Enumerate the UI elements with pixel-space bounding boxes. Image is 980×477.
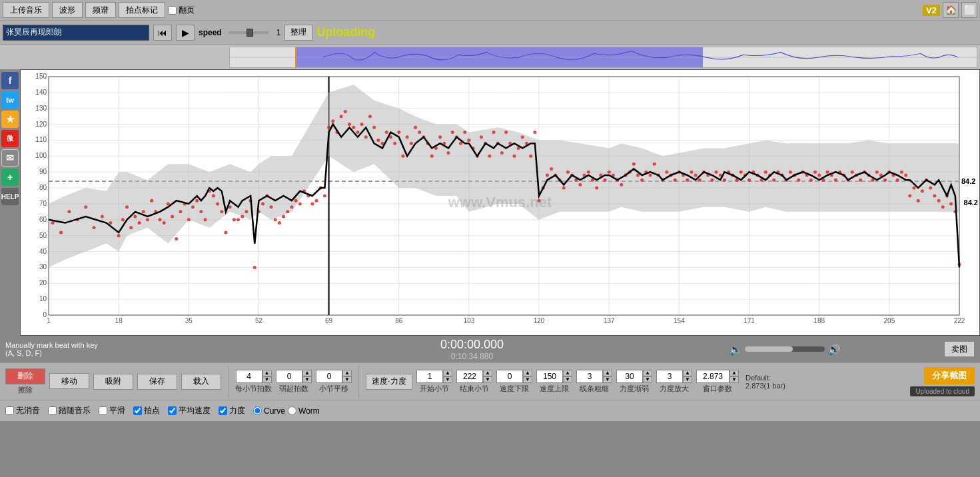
speed-lower-up[interactable]: ▲ [523, 370, 532, 376]
speed-slider[interactable] [229, 31, 268, 34]
end-bar-up[interactable]: ▲ [483, 370, 492, 376]
start-beat-group: ▲ ▼ 弱起拍数 [276, 370, 312, 394]
prev-btn[interactable]: ⏮ [153, 25, 172, 41]
avg-speed-text: 平均速度 [179, 405, 211, 416]
save-btn[interactable]: 保存 [137, 374, 177, 390]
curve-label: Curve [264, 406, 285, 416]
start-bar-input[interactable] [416, 370, 443, 383]
delete-btn[interactable]: 删除 [5, 368, 45, 384]
worm-radio[interactable] [288, 406, 296, 415]
move-btn[interactable]: 移动 [49, 373, 89, 389]
weibo-icon[interactable]: 微 [1, 130, 19, 147]
time-current: 0:00:00.000 [318, 338, 626, 352]
force-fade-down[interactable]: ▼ [643, 376, 652, 383]
beat-checkbox[interactable] [133, 406, 142, 415]
flat-checkbox[interactable] [99, 406, 107, 415]
beats-up[interactable]: ▲ [262, 370, 272, 376]
curve-radio[interactable] [253, 406, 262, 415]
maximize-btn[interactable]: ⬜ [961, 2, 977, 18]
star-icon[interactable]: ★ [1, 111, 19, 128]
status-row: Manually mark beat with key (A, S, D, F)… [0, 336, 980, 362]
start-beat-up[interactable]: ▲ [302, 370, 312, 376]
speed-label: speed [199, 28, 222, 37]
spectrum-btn[interactable]: 频谱 [85, 2, 116, 18]
bar-shift-down[interactable]: ▼ [342, 376, 352, 383]
upload-music-btn[interactable]: 上传音乐 [3, 2, 49, 18]
force-fade-input[interactable] [616, 370, 643, 383]
facebook-icon[interactable]: f [1, 72, 19, 89]
share-btn[interactable]: 分享截图 [924, 367, 975, 384]
song-name-input[interactable] [3, 25, 149, 41]
start-beat-down[interactable]: ▼ [302, 376, 312, 383]
line-thickness-input[interactable] [576, 370, 603, 383]
force-max-down[interactable]: ▼ [683, 376, 692, 383]
no-end-tone-checkbox[interactable] [5, 406, 14, 415]
start-beat-input[interactable] [276, 370, 302, 383]
load-btn[interactable]: 载入 [181, 374, 221, 390]
beat-marker-btn[interactable]: 拍点标记 [119, 2, 165, 18]
vol-low-icon: 🔈 [729, 343, 742, 356]
bar-shift-input[interactable] [316, 370, 342, 383]
beats-per-bar-spinner: ▲ ▼ [262, 370, 272, 383]
back-btn[interactable]: 卖图 [944, 341, 975, 357]
waveform-container[interactable] [229, 47, 977, 68]
speed-upper-down[interactable]: ▼ [563, 376, 572, 383]
no-end-tone-text: 无消音 [16, 405, 40, 416]
force-fade-group: ▲ ▼ 力度渐弱 [616, 370, 652, 394]
time-total: 0:10:34.880 [318, 352, 626, 361]
mail-icon[interactable]: ✉ [1, 149, 19, 167]
start-beat-label: 弱起拍数 [279, 384, 308, 394]
window-param-down[interactable]: ▼ [730, 376, 739, 383]
line-thickness-up[interactable]: ▲ [603, 370, 612, 376]
beats-per-bar-input[interactable] [236, 370, 262, 383]
speed-upper-input[interactable] [536, 370, 563, 383]
help-icon[interactable]: HELP [1, 188, 19, 205]
speed-lower-down[interactable]: ▼ [523, 376, 532, 383]
line-thickness-down[interactable]: ▼ [603, 376, 612, 383]
beats-down[interactable]: ▼ [262, 376, 272, 383]
plus-icon[interactable]: + [1, 169, 19, 186]
options-row: 无消音 踏随音乐 平滑 拍点 平均速度 力度 Curve Worm [0, 400, 980, 421]
force-fade-up[interactable]: ▲ [643, 370, 652, 376]
waveform-btn[interactable]: 波形 [52, 2, 83, 18]
window-param-up[interactable]: ▲ [730, 370, 739, 376]
worm-label: Worm [298, 406, 320, 416]
volume-fill [745, 346, 793, 352]
play-btn[interactable]: ▶ [176, 25, 195, 41]
default-info: Default: 2.873(1 bar) [745, 374, 785, 390]
volume-slider[interactable] [745, 346, 825, 352]
end-bar-input[interactable] [456, 370, 483, 383]
force-max-input[interactable] [656, 370, 683, 383]
beats-per-bar-group: ▲ ▼ 每小节拍数 [235, 370, 272, 394]
speed-lower-input[interactable] [496, 370, 523, 383]
start-bar-up[interactable]: ▲ [443, 370, 452, 376]
line-thickness-label: 线条粗细 [580, 384, 609, 394]
window-param-input[interactable] [696, 370, 730, 383]
force-max-up[interactable]: ▲ [683, 370, 692, 376]
force-checkbox[interactable] [219, 406, 227, 415]
speed-upper-up[interactable]: ▲ [563, 370, 572, 376]
follow-music-checkbox[interactable] [48, 406, 57, 415]
absorb-btn[interactable]: 吸附 [93, 374, 133, 390]
twitter-icon[interactable]: tw [1, 91, 19, 109]
share-section: 分享截图 Uploaded to cloud [910, 367, 975, 396]
avg-speed-checkbox[interactable] [168, 406, 177, 415]
start-bar-down[interactable]: ▼ [443, 376, 452, 383]
flip-checkbox[interactable] [168, 6, 177, 15]
zhengli-btn[interactable]: 整理 [284, 25, 312, 41]
speed-force-btn[interactable]: 速度·力度 [366, 374, 412, 390]
main-chart[interactable] [21, 70, 979, 335]
speed-upper-label: 速度上限 [540, 384, 569, 394]
bar-shift-up[interactable]: ▲ [342, 370, 352, 376]
divider-1 [228, 365, 229, 398]
home-btn[interactable]: 🏠 [943, 2, 959, 18]
speed-lower-group: ▲ ▼ 速度下限 [496, 370, 532, 394]
end-bar-down[interactable]: ▼ [483, 376, 492, 383]
absorb-group: 吸附 [93, 374, 133, 390]
chart-wrapper: www.Vmus.net 84.2 [20, 69, 980, 336]
beat-text: 拍点 [144, 405, 160, 416]
flip-checkbox-label: 翻页 [168, 5, 195, 16]
waveform-svg [230, 47, 977, 67]
force-text: 力度 [229, 405, 245, 416]
line-thickness-group: ▲ ▼ 线条粗细 [576, 370, 612, 394]
